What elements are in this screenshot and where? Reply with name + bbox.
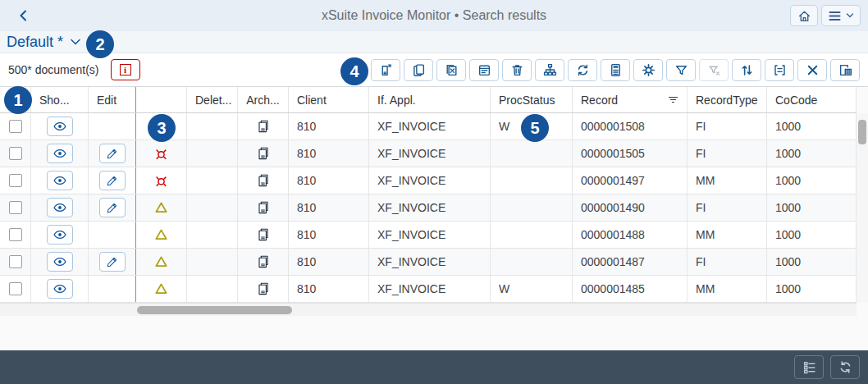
show-button[interactable] <box>47 198 73 217</box>
callout-5: 5 <box>521 114 549 142</box>
warning-status-icon <box>154 228 168 241</box>
export-spreadsheet-icon <box>838 63 852 77</box>
legend-button[interactable] <box>794 355 824 379</box>
close-button[interactable] <box>797 59 827 81</box>
variant-bar: Default * <box>0 31 868 53</box>
column-header-proc-status[interactable]: ProcStatus <box>491 87 573 112</box>
home-button[interactable] <box>790 5 818 26</box>
footer-bar <box>0 350 868 384</box>
edit-button[interactable] <box>99 252 126 272</box>
cell-if-appl: XF_INVOICE <box>369 249 491 275</box>
show-button[interactable] <box>47 144 73 163</box>
table-row[interactable]: 810 XF_INVOICE W 0000001485 MM 1000 <box>0 276 857 303</box>
home-icon <box>797 9 811 23</box>
column-header-edit[interactable]: Edit <box>89 87 136 112</box>
table-row[interactable]: 810 XF_INVOICE 0000001497 MM 1000 <box>0 167 857 194</box>
edit-button[interactable] <box>99 144 126 163</box>
hierarchy-button[interactable] <box>535 59 564 81</box>
display-format-button[interactable] <box>765 59 794 81</box>
row-checkbox[interactable] <box>9 228 22 241</box>
column-header-show[interactable]: Sho... <box>31 87 89 112</box>
filter-button[interactable] <box>666 59 696 81</box>
error-status-icon <box>154 174 168 188</box>
table-row[interactable]: 810 XF_INVOICE 0000001488 MM 1000 <box>0 222 857 249</box>
column-header-record-type[interactable]: RecordType <box>688 87 767 112</box>
show-button[interactable] <box>47 225 73 245</box>
row-checkbox[interactable] <box>9 174 22 187</box>
table-row[interactable]: 810 XF_INVOICE 0000001490 FI 1000 <box>0 194 857 222</box>
column-filtered-icon <box>668 95 678 104</box>
table-row[interactable]: 810 XF_INVOICE 0000001487 FI 1000 <box>0 249 857 276</box>
show-button[interactable] <box>47 252 73 272</box>
column-header-record[interactable]: Record <box>573 87 688 112</box>
table-row[interactable]: 810 XF_INVOICE 0000001505 FI 1000 <box>0 140 857 167</box>
clear-filter-button[interactable] <box>699 59 729 81</box>
show-button[interactable] <box>47 279 73 299</box>
cell-proc-status <box>491 140 573 167</box>
create-document-button[interactable] <box>371 59 400 81</box>
row-checkbox[interactable] <box>9 201 22 214</box>
cell-co-code: 1000 <box>767 276 857 302</box>
remove-document-icon <box>445 63 459 77</box>
table-row[interactable]: 810 XF_INVOICE W 0000001508 FI 1000 <box>0 113 857 140</box>
edit-button[interactable] <box>99 198 126 217</box>
calendar-button[interactable] <box>469 59 499 81</box>
legend-list-icon <box>802 360 816 374</box>
column-header-if-appl[interactable]: If. Appl. <box>369 87 491 112</box>
warning-status-icon <box>154 201 168 214</box>
horizontal-scrollbar-thumb[interactable] <box>137 306 292 314</box>
export-spreadsheet-button[interactable] <box>830 59 860 81</box>
remove-document-button[interactable] <box>436 59 466 81</box>
cell-client: 810 <box>289 249 369 275</box>
page-title: xSuite Invoice Monitor • Search results <box>0 8 868 23</box>
toolbar-buttons <box>371 59 860 81</box>
pencil-icon <box>106 175 118 187</box>
refresh-button[interactable] <box>568 59 597 81</box>
show-button[interactable] <box>47 171 73 190</box>
gear-icon <box>642 63 656 77</box>
cell-co-code: 1000 <box>767 140 857 167</box>
row-checkbox[interactable] <box>9 255 22 268</box>
vertical-scrollbar[interactable] <box>857 113 868 303</box>
shell-menu-button[interactable] <box>821 5 861 26</box>
refresh-results-button[interactable] <box>830 355 860 379</box>
column-header-status[interactable] <box>136 87 187 112</box>
show-button[interactable] <box>47 117 73 136</box>
calculator-button[interactable] <box>601 59 630 81</box>
cell-if-appl: XF_INVOICE <box>369 167 491 194</box>
delete-button[interactable] <box>502 59 532 81</box>
back-button[interactable] <box>13 6 34 25</box>
cell-if-appl: XF_INVOICE <box>369 222 491 248</box>
horizontal-scrollbar[interactable] <box>0 303 857 316</box>
row-checkbox[interactable] <box>9 282 22 295</box>
eye-icon <box>53 229 66 240</box>
cell-record-type: FI <box>688 194 767 221</box>
row-checkbox[interactable] <box>9 120 22 133</box>
settings-button[interactable] <box>633 59 663 81</box>
vertical-scrollbar-thumb[interactable] <box>858 120 866 144</box>
cell-proc-status: W <box>491 276 573 302</box>
sort-button[interactable] <box>732 59 761 81</box>
variant-selector[interactable]: Default * <box>7 34 81 51</box>
column-header-delete[interactable]: Delet... <box>187 87 238 112</box>
row-checkbox[interactable] <box>9 147 22 160</box>
cell-client: 810 <box>289 276 369 302</box>
cell-co-code: 1000 <box>767 222 857 248</box>
cell-record-type: FI <box>688 140 767 167</box>
column-header-archive[interactable]: Arch... <box>238 87 289 112</box>
variant-label: Default * <box>7 34 63 51</box>
cell-proc-status <box>491 167 573 194</box>
column-header-client[interactable]: Client <box>289 87 369 112</box>
archived-document-icon <box>257 255 270 268</box>
cell-client: 810 <box>289 140 369 167</box>
cell-record: 0000001505 <box>573 140 688 167</box>
copy-button[interactable] <box>404 59 433 81</box>
table-header-row: Sho... Edit Delet... Arch... Client If. … <box>0 87 857 113</box>
info-button[interactable]: i <box>111 59 140 80</box>
edit-button[interactable] <box>99 171 126 190</box>
callout-2: 2 <box>86 30 114 58</box>
column-header-co-code[interactable]: CoCode <box>767 87 857 112</box>
cell-record: 0000001485 <box>573 276 688 302</box>
callout-1: 1 <box>4 86 32 114</box>
invoice-monitor-app: xSuite Invoice Monitor • Search results … <box>0 0 868 384</box>
